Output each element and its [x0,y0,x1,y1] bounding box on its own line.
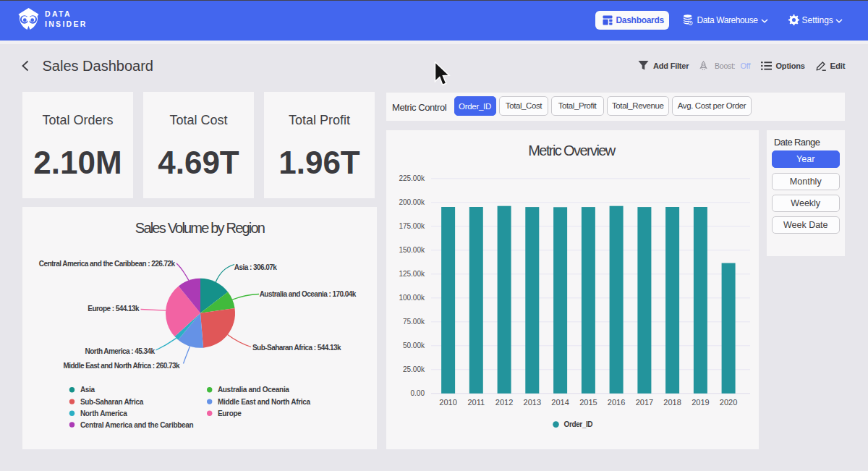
svg-text:2016: 2016 [608,398,625,407]
svg-text:Central America and the Caribb: Central America and the Caribbean [80,421,194,429]
svg-text:0.00: 0.00 [411,389,425,397]
svg-text:2019: 2019 [692,398,709,407]
svg-text:175.00k: 175.00k [399,222,425,230]
svg-text:Sub-Saharan Africa: Sub-Saharan Africa [80,398,144,406]
svg-text:150.00k: 150.00k [399,246,425,254]
svg-text:Asia: Asia [80,386,95,394]
svg-text:2011: 2011 [467,398,485,407]
svg-text:50.00k: 50.00k [403,341,425,349]
svg-text:Middle East and North Africa: Middle East and North Africa [218,398,311,406]
svg-text:2017: 2017 [636,398,653,407]
svg-text:Sub-Saharan Africa : 544.13k: Sub-Saharan Africa : 544.13k [252,344,341,352]
svg-text:Order_ID: Order_ID [564,420,593,428]
svg-text:25.00k: 25.00k [403,365,425,373]
svg-text:100.00k: 100.00k [399,294,425,302]
svg-text:200.00k: 200.00k [399,198,425,206]
svg-text:2018: 2018 [663,398,681,407]
svg-text:Central America and the Caribb: Central America and the Caribbean : 226.… [39,260,176,268]
svg-text:Middle East and North Africa :: Middle East and North Africa : 260.73k [64,362,180,370]
svg-text:2012: 2012 [495,398,513,407]
svg-text:2010: 2010 [439,398,456,407]
svg-text:225.00k: 225.00k [399,174,425,182]
svg-text:Europe : 544.13k: Europe : 544.13k [88,305,140,313]
svg-text:North America: North America [80,410,127,417]
svg-text:2015: 2015 [579,398,597,407]
svg-text:Europe: Europe [218,410,242,417]
svg-text:75.00k: 75.00k [403,318,425,326]
svg-text:Metric Overview: Metric Overview [528,143,616,158]
svg-text:Australia and Oceania: Australia and Oceania [218,386,289,394]
svg-text:2020: 2020 [720,398,737,407]
svg-text:Asia : 306.07k: Asia : 306.07k [234,263,277,271]
svg-text:North America : 45.34k: North America : 45.34k [85,347,156,355]
svg-text:2014: 2014 [551,398,569,407]
svg-text:2013: 2013 [524,398,541,407]
svg-text:Sales Volume by Region: Sales Volume by Region [135,220,265,236]
svg-text:Australia and Oceania : 170.04: Australia and Oceania : 170.04k [260,290,357,298]
svg-text:125.00k: 125.00k [399,270,425,278]
